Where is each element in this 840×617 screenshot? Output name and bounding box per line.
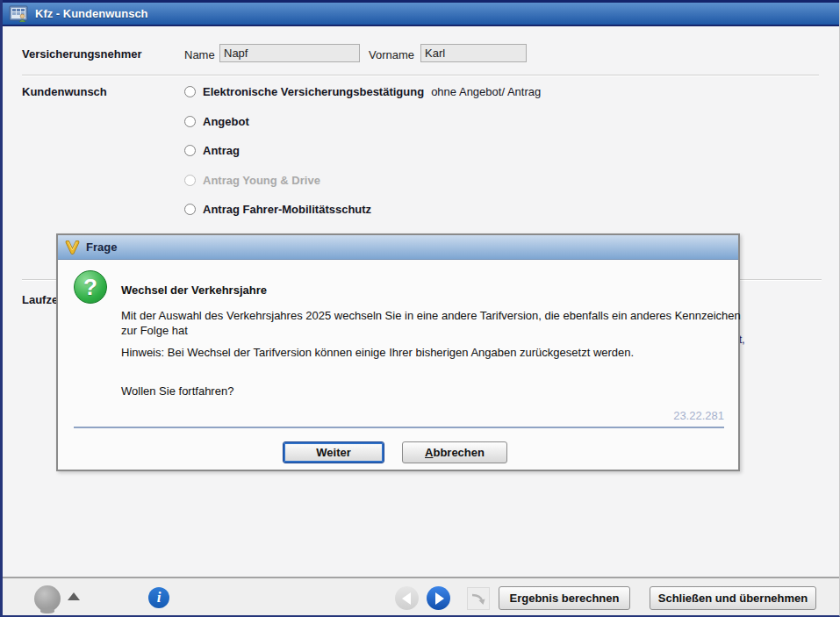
dropdown-arrow-icon[interactable] [68, 592, 80, 600]
dialog-question: Wollen Sie fortfahren? [121, 384, 741, 398]
radio-option-young-drive: Antrag Young & Drive [184, 173, 320, 188]
dialog-message: Mit der Auswahl des Verkehrsjahres 2025 … [121, 308, 741, 338]
dialog-title: Frage [86, 240, 117, 254]
vorname-label: Vorname [369, 48, 414, 61]
app-form-icon [9, 5, 28, 22]
radio-option-antrag[interactable]: Antrag [184, 143, 240, 158]
info-icon[interactable]: i [148, 587, 169, 608]
radio-icon [184, 175, 196, 186]
version-number: 23.22.281 [673, 409, 724, 422]
arrow-down-right-icon [470, 591, 486, 606]
back-button [395, 586, 419, 610]
kundenwunsch-label: Kundenwunsch [22, 85, 107, 98]
divider-top [22, 75, 819, 76]
window-titlebar: Kfz - Kundenwunsch [3, 0, 839, 26]
radio-icon[interactable] [184, 116, 196, 127]
policyholder-label: Versicherungsnehmer [22, 47, 142, 61]
name-label: Name [184, 48, 215, 61]
app-window: Kfz - Kundenwunsch Versicherungsnehmer N… [0, 0, 840, 617]
brand-v-icon [65, 240, 80, 255]
vorname-input[interactable] [420, 44, 527, 62]
arrow-right-icon [435, 592, 444, 605]
dialog-hint: Hinweis: Bei Wechsel der Tarifversion kö… [121, 345, 741, 360]
name-input[interactable] [219, 44, 360, 62]
radio-option-angebot[interactable]: Angebot [184, 114, 249, 129]
weiter-button[interactable]: Weiter [283, 441, 384, 463]
forward-button[interactable] [427, 586, 450, 610]
radio-option-mobilitaetsschutz[interactable]: Antrag Fahrer-Mobilitätsschutz [184, 202, 371, 217]
dialog-titlebar: Frage [58, 235, 738, 260]
window-title: Kfz - Kundenwunsch [35, 7, 148, 20]
dialog-heading: Wechsel der Verkehrsjahre [121, 283, 267, 297]
globe-icon[interactable] [34, 585, 61, 612]
bottom-toolbar: i Ergebnis berechnen Schließen und übern… [3, 577, 839, 617]
schliessen-uebernehmen-button[interactable]: Schließen und übernehmen [650, 586, 816, 610]
question-mark-icon: ? [74, 270, 107, 304]
radio-option-evb[interactable]: Elektronische Versicherungsbestätigung o… [184, 84, 541, 99]
radio-icon[interactable] [184, 145, 196, 156]
jump-button [467, 587, 490, 610]
abbrechen-button[interactable]: Abbrechen [402, 441, 507, 463]
main-content: Versicherungsnehmer Name Vorname Kundenw… [3, 26, 839, 577]
question-dialog: Frage ? Wechsel der Verkehrsjahre Mit de… [56, 233, 740, 471]
dialog-separator [74, 427, 724, 428]
arrow-left-icon [402, 592, 411, 605]
radio-icon[interactable] [184, 204, 196, 215]
ergebnis-berechnen-button[interactable]: Ergebnis berechnen [499, 586, 630, 610]
dialog-body: ? Wechsel der Verkehrsjahre Mit der Ausw… [58, 260, 738, 468]
radio-icon[interactable] [184, 86, 196, 97]
